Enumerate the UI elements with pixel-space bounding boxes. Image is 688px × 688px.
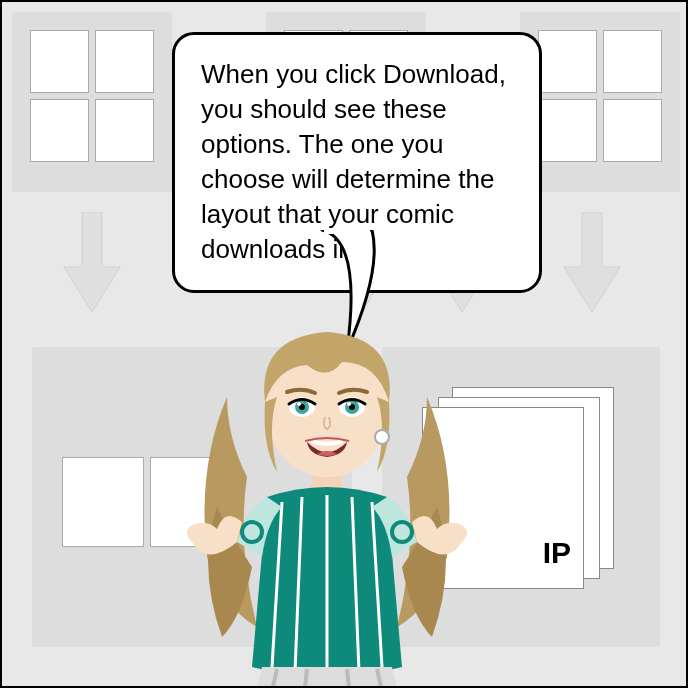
layout-option-grid-left [12,12,172,192]
layout-grid-2x2 [520,12,680,172]
layout-option-grid-right [520,12,680,192]
svg-line-9 [305,669,307,687]
svg-point-20 [347,402,351,406]
grid-cell [30,99,89,162]
avatar-woman [167,307,487,687]
layout-grid-2x2 [12,12,172,172]
grid-cell [95,99,154,162]
svg-line-10 [347,669,349,687]
down-arrow-icon [562,212,622,312]
down-arrow-icon [62,212,122,312]
grid-cell [30,30,89,93]
svg-point-21 [375,430,389,444]
svg-point-19 [297,402,301,406]
grid-cell [95,30,154,93]
zip-label: IP [543,536,571,570]
strip-cell [62,457,144,547]
grid-cell [603,99,662,162]
grid-cell [538,99,597,162]
grid-cell [538,30,597,93]
tutorial-panel: IP When you click Download, you should s… [0,0,688,688]
grid-cell [603,30,662,93]
